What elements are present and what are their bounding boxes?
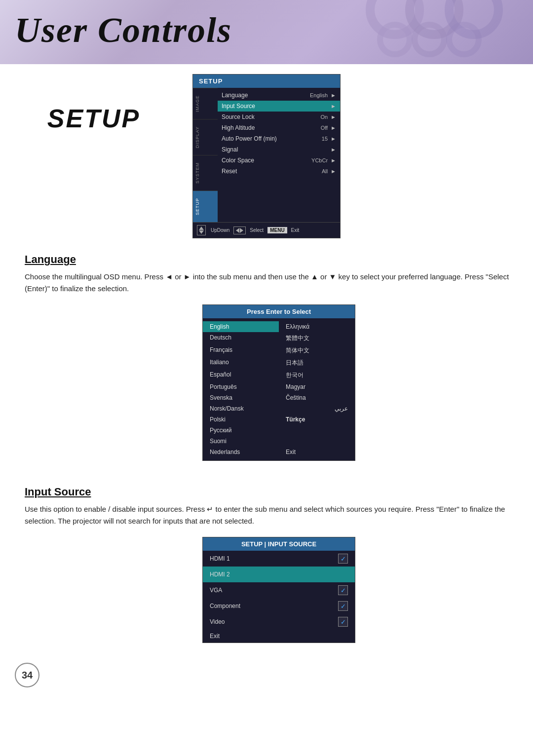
- lang-english[interactable]: English: [203, 321, 279, 332]
- osd-row-value-reset: All: [322, 168, 328, 174]
- input-row-vga[interactable]: VGA ✓: [203, 582, 355, 598]
- input-label-video: Video: [210, 618, 225, 625]
- input-source-popup-title: SETUP | INPUT SOURCE: [203, 537, 355, 551]
- language-description: Choose the multilingual OSD menu. Press …: [15, 271, 518, 295]
- or-text-2: or: [320, 272, 327, 281]
- osd-menu: SETUP IMAGE DISPLAY SYSTEM SETUP Languag…: [192, 74, 341, 238]
- svg-point-4: [415, 25, 444, 54]
- lang-suomi[interactable]: Suomi: [203, 436, 279, 447]
- osd-arrow-language: ►: [331, 92, 336, 98]
- language-popup: Press Enter to Select English Ελληνικά D…: [202, 304, 355, 461]
- osd-row-reset[interactable]: Reset All ►: [218, 166, 340, 177]
- input-row-hdmi1[interactable]: HDMI 1 ✓: [203, 551, 355, 567]
- lang-polski[interactable]: Polski: [203, 414, 279, 425]
- check-vga: ✓: [338, 585, 348, 595]
- osd-row-language[interactable]: Language English ►: [218, 90, 340, 101]
- language-popup-title: Press Enter to Select: [203, 305, 355, 318]
- lang-magyar[interactable]: Magyar: [279, 381, 355, 392]
- input-source-popup: SETUP | INPUT SOURCE HDMI 1 ✓ HDMI 2 VGA…: [202, 537, 355, 643]
- osd-nav-image[interactable]: IMAGE: [193, 88, 218, 119]
- osd-row-high-altitude[interactable]: High Altitude Off ►: [218, 122, 340, 133]
- lang-simp-chinese[interactable]: 简体中文: [279, 344, 355, 357]
- down-arrow-icon: [199, 230, 204, 234]
- input-label-hdmi2: HDMI 2: [210, 571, 230, 578]
- check-hdmi1: ✓: [338, 554, 348, 564]
- lang-turkce[interactable]: Türkçe: [279, 414, 355, 425]
- lang-arabic[interactable]: عربي: [279, 403, 355, 414]
- osd-row-value-auto-power: 15: [322, 136, 328, 142]
- osd-row-label-color-space: Color Space: [222, 157, 311, 164]
- right-panel: SETUP IMAGE DISPLAY SYSTEM SETUP Languag…: [183, 74, 518, 238]
- input-label-hdmi1: HDMI 1: [210, 555, 230, 562]
- language-heading: Language: [15, 253, 518, 266]
- updown-icon: [197, 225, 206, 235]
- osd-row-auto-power[interactable]: Auto Power Off (min) 15 ►: [218, 133, 340, 144]
- page-number: 34: [15, 663, 39, 687]
- input-row-exit[interactable]: Exit: [203, 630, 355, 643]
- exit-label: Exit: [291, 227, 300, 233]
- osd-nav-display[interactable]: DISPLAY: [193, 119, 218, 155]
- input-row-video[interactable]: Video ✓: [203, 614, 355, 630]
- osd-arrow-auto-power: ►: [331, 136, 336, 142]
- lang-francais[interactable]: Français: [203, 344, 279, 357]
- lang-trad-chinese[interactable]: 繁體中文: [279, 332, 355, 344]
- right-arrow-icon: [240, 228, 243, 233]
- osd-arrow-signal: ►: [331, 147, 336, 152]
- input-source-description: Use this option to enable / disable inpu…: [15, 503, 518, 527]
- header: User Controls: [0, 0, 533, 64]
- lang-greek[interactable]: Ελληνικά: [279, 321, 355, 332]
- lang-italiano[interactable]: Italiano: [203, 357, 279, 369]
- left-panel: SETUP: [15, 74, 173, 238]
- osd-row-source-lock[interactable]: Source Lock On ►: [218, 112, 340, 122]
- lang-espanol[interactable]: Español: [203, 369, 279, 381]
- input-row-component[interactable]: Component ✓: [203, 598, 355, 614]
- menu-key[interactable]: MENU: [267, 227, 287, 233]
- osd-menu-title: SETUP: [193, 75, 340, 88]
- lang-russian[interactable]: Русский: [203, 425, 279, 436]
- lang-deutsch[interactable]: Deutsch: [203, 332, 279, 344]
- osd-row-signal[interactable]: Signal ►: [218, 144, 340, 155]
- lang-norsk[interactable]: Norsk/Dansk: [203, 403, 279, 414]
- osd-footer: UpDown Select MENU Exit: [193, 222, 340, 238]
- header-decoration: [365, 0, 503, 59]
- check-hdmi2: [338, 569, 348, 579]
- input-source-heading: Input Source: [15, 486, 518, 498]
- lang-korean[interactable]: 한국어: [279, 369, 355, 381]
- input-label-vga: VGA: [210, 587, 222, 594]
- updown-label: UpDown: [211, 227, 229, 233]
- input-label-exit: Exit: [210, 633, 220, 640]
- osd-arrow-color-space: ►: [331, 157, 336, 163]
- check-component: ✓: [338, 601, 348, 611]
- lang-cestina[interactable]: Čeština: [279, 392, 355, 403]
- osd-arrow-input-source: ►: [331, 103, 336, 109]
- osd-arrow-high-altitude: ►: [331, 125, 336, 131]
- osd-row-input-source[interactable]: Input Source ►: [218, 101, 340, 112]
- lang-nederlands[interactable]: Nederlands: [203, 447, 279, 457]
- lang-empty-1: [279, 425, 355, 436]
- osd-arrow-source-lock: ►: [331, 114, 336, 120]
- input-row-hdmi2[interactable]: HDMI 2: [203, 567, 355, 582]
- language-grid: English Ελληνικά Deutsch 繁體中文 Français 简…: [203, 318, 355, 460]
- osd-nav-setup[interactable]: SETUP: [193, 190, 218, 222]
- left-arrow-icon: [236, 228, 239, 233]
- osd-row-value-color-space: YCbCr: [311, 157, 328, 163]
- input-label-component: Component: [210, 603, 240, 609]
- select-label: Select: [250, 227, 264, 233]
- footer: 34: [0, 658, 533, 697]
- lang-japanese[interactable]: 日本語: [279, 357, 355, 369]
- osd-row-label-reset: Reset: [222, 168, 322, 175]
- lang-svenska[interactable]: Svenska: [203, 392, 279, 403]
- osd-nav-system[interactable]: SYSTEM: [193, 155, 218, 190]
- osd-row-label-input-source: Input Source: [222, 103, 328, 110]
- lang-exit[interactable]: Exit: [279, 447, 355, 457]
- lang-portugues[interactable]: Português: [203, 381, 279, 392]
- osd-row-label-source-lock: Source Lock: [222, 113, 320, 120]
- osd-row-value-source-lock: On: [320, 114, 328, 120]
- osd-row-value-high-altitude: Off: [321, 125, 328, 131]
- input-source-section: Input Source Use this option to enable /…: [0, 481, 533, 658]
- osd-row-color-space[interactable]: Color Space YCbCr ►: [218, 155, 340, 166]
- osd-row-label-auto-power: Auto Power Off (min): [222, 135, 322, 142]
- osd-row-value-language: English: [310, 92, 328, 98]
- page-title: User Controls: [15, 10, 232, 51]
- lang-empty-2: [279, 436, 355, 447]
